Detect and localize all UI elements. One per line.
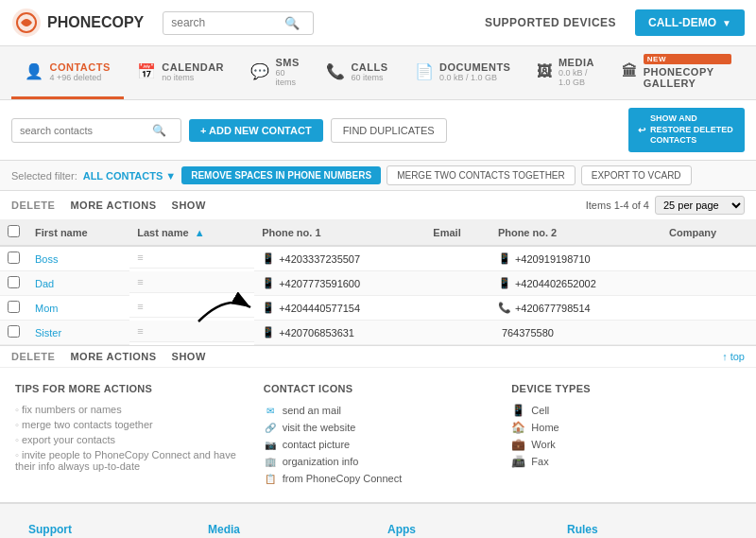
table-row: Mom ≡ 📱 +4204440577154 📞 +420677798514 — [0, 296, 756, 321]
col-first-name[interactable]: First name — [27, 219, 129, 246]
tab-sms[interactable]: 💬 SMS 60 items — [237, 46, 313, 99]
items-info: Items 1-4 of 4 25 per page 10 per page 5… — [586, 196, 745, 215]
footer-col-rules: Rules Terms of service User consent Priv… — [567, 523, 728, 538]
show-button-bottom[interactable]: SHOW — [172, 351, 206, 362]
list-item: export your contacts — [15, 432, 245, 447]
logo-text: PHONECOPY — [47, 14, 144, 31]
mail-icon: ✉ — [264, 404, 277, 417]
row-lastname[interactable]: ≡ — [129, 271, 254, 293]
row-checkbox[interactable] — [8, 301, 20, 313]
col-phone1[interactable]: Phone no. 1 — [254, 219, 425, 246]
tab-phonecopy-gallery[interactable]: 🏛 NEW PHONECOPY GALLERY — [609, 46, 745, 99]
web-icon: 🔗 — [264, 421, 277, 434]
call-demo-button[interactable]: CALL-DEMO ▼ — [635, 9, 745, 36]
reorder-icon[interactable]: ≡ — [137, 276, 143, 287]
merge-contacts-button[interactable]: MERGE TWO CONTACTS TOGETHER — [387, 165, 576, 185]
supported-devices-link[interactable]: SUPPORTED DEVICES — [485, 16, 616, 29]
remove-spaces-button[interactable]: REMOVE SPACES IN PHONE NUMBERS — [181, 166, 381, 184]
selected-filter-label: Selected filter: — [11, 170, 77, 182]
tab-calls[interactable]: 📞 CALLS 60 items — [313, 46, 402, 99]
reorder-icon[interactable]: ≡ — [137, 252, 143, 263]
col-email[interactable]: Email — [425, 219, 490, 246]
footer-apps-title: Apps — [387, 523, 548, 536]
reorder-icon[interactable]: ≡ — [137, 301, 143, 312]
delete-button-top[interactable]: DELETE — [11, 200, 55, 211]
top-header: PHONECOPY 🔍 SUPPORTED DEVICES CALL-DEMO … — [0, 0, 756, 46]
table-row: Sister ≡ 📱 +420706853631 764375580 — [0, 321, 756, 345]
more-actions-button-top[interactable]: MORE ACTIONS — [70, 200, 156, 211]
row-firstname[interactable]: Sister — [27, 321, 129, 345]
row-firstname[interactable]: Boss — [27, 246, 129, 271]
calendar-icon: 📅 — [137, 62, 157, 80]
row-phone2: 📱 +420919198710 — [490, 246, 662, 271]
search-bar[interactable]: 🔍 — [163, 11, 314, 35]
row-checkbox[interactable] — [8, 325, 20, 338]
tab-contacts-label: CONTACTS — [50, 61, 111, 73]
top-link[interactable]: ↑ top — [722, 351, 745, 362]
export-vcard-button[interactable]: EXPORT TO VCARD — [581, 165, 692, 185]
table-controls-bottom: DELETE MORE ACTIONS SHOW ↑ top — [0, 345, 756, 367]
row-firstname[interactable]: Mom — [27, 296, 129, 321]
show-button-top[interactable]: SHOW — [172, 200, 206, 211]
row-checkbox[interactable] — [8, 252, 20, 264]
col-phone2[interactable]: Phone no. 2 — [490, 219, 662, 246]
phone2-value: 764375580 — [502, 327, 554, 338]
phone1-icon: 📱 — [262, 252, 275, 265]
search-contacts-input[interactable] — [20, 125, 152, 136]
select-all-col[interactable] — [0, 219, 27, 246]
undo-icon: ↩ — [638, 124, 645, 136]
new-badge: NEW — [644, 54, 731, 64]
add-new-contact-button[interactable]: + ADD NEW CONTACT — [189, 119, 323, 142]
row-firstname[interactable]: Dad — [27, 271, 129, 296]
all-contacts-filter[interactable]: ALL CONTACTS ▼ — [83, 170, 176, 182]
find-duplicates-button[interactable]: FIND DUPLICATES — [331, 118, 447, 143]
row-checkbox-cell[interactable] — [0, 296, 27, 321]
media-icon: 🖼 — [537, 63, 553, 80]
row-checkbox-cell[interactable] — [0, 246, 27, 271]
select-all-checkbox[interactable] — [8, 225, 20, 237]
more-actions-button-bottom[interactable]: MORE ACTIONS — [70, 351, 156, 362]
col-company[interactable]: Company — [662, 219, 756, 246]
search-contacts-icon: 🔍 — [152, 124, 166, 137]
icon-item-mail: ✉ send an mail — [264, 402, 493, 419]
table-wrapper: First name Last name ▲ Phone no. 1 Email… — [0, 219, 756, 345]
row-phone1: 📱 +420706853631 — [254, 321, 425, 345]
col-last-name[interactable]: Last name ▲ — [129, 219, 254, 246]
reorder-icon[interactable]: ≡ — [137, 325, 143, 337]
icon-item-web-label: visit the website — [283, 422, 356, 433]
row-lastname[interactable]: ≡ — [129, 321, 254, 342]
per-page-select[interactable]: 25 per page 10 per page 50 per page 100 … — [655, 196, 745, 215]
contact-icons-title: Contact icons — [264, 383, 493, 394]
tab-media[interactable]: 🖼 MEDIA 0.0 kB / 1.0 GB — [524, 46, 609, 99]
device-fax: 📠 Fax — [511, 453, 741, 470]
row-checkbox[interactable] — [8, 276, 20, 288]
row-checkbox-cell[interactable] — [0, 321, 27, 345]
contact-icons-column: Contact icons ✉ send an mail 🔗 visit the… — [264, 383, 493, 487]
search-contacts-input-wrapper[interactable]: 🔍 — [11, 118, 181, 143]
search-icon: 🔍 — [284, 16, 300, 30]
row-lastname[interactable]: ≡ — [129, 247, 254, 269]
phone1-icon: 📱 — [262, 326, 275, 338]
global-search-input[interactable] — [171, 16, 284, 29]
row-phone1: 📱 +4203337235507 — [254, 246, 425, 271]
row-checkbox-cell[interactable] — [0, 271, 27, 296]
delete-button-bottom[interactable]: DELETE — [11, 351, 55, 362]
tab-contacts[interactable]: 👤 CONTACTS 4 +96 deleted — [11, 46, 124, 99]
table-row: Dad ≡ 📱 +4207773591600 📱 +4204402652002 — [0, 271, 756, 296]
tips-title: Tips for MORE ACTIONS — [15, 383, 245, 394]
phone1-value: +4203337235507 — [279, 253, 360, 265]
row-lastname[interactable]: ≡ — [129, 296, 254, 318]
row-phone1: 📱 +4207773591600 — [254, 271, 425, 296]
cell-icon: 📱 — [511, 404, 525, 417]
call-demo-arrow-icon: ▼ — [722, 18, 731, 28]
device-types-title: Device types — [511, 383, 741, 394]
tab-calendar-label-group: CALENDAR no items — [162, 61, 224, 82]
items-count: Items 1-4 of 4 — [586, 200, 649, 211]
tab-contacts-sub: 4 +96 deleted — [50, 73, 111, 82]
documents-icon: 📄 — [415, 62, 435, 80]
phone2-value: +420919198710 — [515, 253, 591, 265]
show-restore-button[interactable]: ↩ SHOW AND RESTORE DELETED CONTACTS — [628, 108, 745, 152]
tab-documents[interactable]: 📄 DOCUMENTS 0.0 kB / 1.0 GB — [402, 46, 524, 99]
phone2-icon: 📞 — [498, 302, 511, 314]
tab-calendar[interactable]: 📅 CALENDAR no items — [124, 46, 237, 99]
